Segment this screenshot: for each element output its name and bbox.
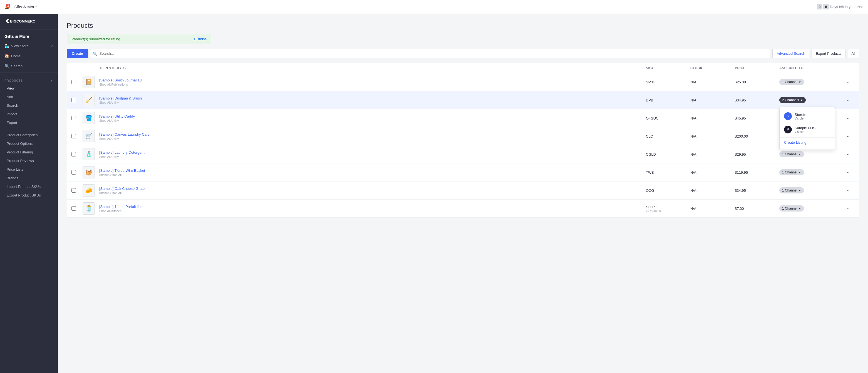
product-thumbnail: 🧺 bbox=[83, 166, 95, 179]
storefront-name: Storefront bbox=[795, 113, 810, 117]
pos-info: Sample POS Visible bbox=[795, 126, 815, 133]
more-options-button[interactable]: ··· bbox=[840, 132, 855, 141]
product-thumbnail: 🧴 bbox=[83, 148, 95, 160]
table-row: 🫙 [Sample] 1 L Le Parfait Jar Shop All/K… bbox=[67, 199, 859, 218]
sidebar-sub-view[interactable]: View bbox=[0, 84, 58, 93]
sidebar-sub-price-lists[interactable]: Price Lists bbox=[0, 165, 58, 174]
row-checkbox[interactable] bbox=[71, 152, 76, 156]
row-checkbox[interactable] bbox=[71, 170, 76, 175]
row-checkbox[interactable] bbox=[71, 116, 76, 120]
trial-day-0: 0 bbox=[817, 4, 822, 9]
product-channels-cell: 2 Channels ▼ S Storefront Visible P Samp… bbox=[779, 97, 840, 103]
product-stock: N/A bbox=[690, 134, 735, 138]
header-assigned: Assigned to bbox=[779, 66, 840, 70]
product-sku: SM13 bbox=[646, 80, 655, 84]
product-name-link[interactable]: [Sample] Canvas Laundry Cart bbox=[99, 132, 149, 136]
row-checkbox[interactable] bbox=[71, 134, 76, 138]
sidebar-sub-product-reviews[interactable]: Product Reviews bbox=[0, 156, 58, 165]
product-sku-cell: OCG bbox=[646, 188, 690, 193]
product-name-link[interactable]: [Sample] Laundry Detergent bbox=[99, 150, 145, 155]
channel-badge[interactable]: 2 Channels ▼ bbox=[779, 97, 806, 103]
product-info: [Sample] Utility Caddy Shop All/Utility bbox=[99, 114, 646, 122]
topbar-store-name: Gifts & More bbox=[13, 4, 37, 9]
product-variants: 12 variants bbox=[646, 209, 690, 212]
product-name-link[interactable]: [Sample] Tiered Wire Basket bbox=[99, 168, 145, 173]
svg-text:BIGCOMMERCE: BIGCOMMERCE bbox=[10, 20, 35, 24]
sidebar-sub-add[interactable]: Add bbox=[0, 93, 58, 101]
product-channels-cell: 1 Channel ▼ bbox=[779, 79, 840, 85]
row-checkbox[interactable] bbox=[71, 206, 76, 211]
advanced-search-button[interactable]: Advanced Search bbox=[772, 49, 809, 58]
sidebar-logo: BIGCOMMERCE bbox=[0, 14, 58, 29]
sidebar-sub-import[interactable]: Import bbox=[0, 110, 58, 118]
channel-badge[interactable]: 1 Channel ▼ bbox=[779, 151, 804, 157]
notification-bell[interactable]: 🔔 2 bbox=[4, 5, 9, 9]
sidebar-sub-export[interactable]: Export bbox=[0, 118, 58, 127]
product-sku: TWB bbox=[646, 170, 654, 175]
sidebar: BIGCOMMERCE Gifts & More 🏪 View Store ↗ … bbox=[0, 14, 58, 373]
sidebar-sub-brands[interactable]: Brands bbox=[0, 174, 58, 182]
row-checkbox[interactable] bbox=[71, 98, 76, 102]
channel-pos-item[interactable]: P Sample POS Visible bbox=[780, 123, 835, 136]
product-info: [Sample] Canvas Laundry Cart Shop All/Ut… bbox=[99, 132, 646, 141]
sidebar-item-home[interactable]: 🏠 Home bbox=[0, 51, 58, 61]
more-options-button[interactable]: ··· bbox=[840, 168, 855, 177]
channel-badge[interactable]: 1 Channel ▼ bbox=[779, 169, 804, 176]
more-options-button[interactable]: ··· bbox=[840, 150, 855, 158]
more-options-button[interactable]: ··· bbox=[840, 187, 855, 194]
product-thumbnail: 📔 bbox=[83, 76, 95, 88]
store-icon: 🏪 bbox=[4, 44, 9, 48]
product-category: Kitchen/Shop All bbox=[99, 173, 646, 177]
trial-text: Days left in your trial. bbox=[830, 5, 864, 9]
channel-badge[interactable]: 1 Channel ▼ bbox=[779, 79, 804, 85]
product-thumbnail: 🫙 bbox=[83, 203, 95, 215]
more-options-button[interactable]: ··· bbox=[840, 114, 855, 122]
sidebar-sub-product-options[interactable]: Product Options bbox=[0, 139, 58, 148]
table-row: 🧀 [Sample] Oak Cheese Grater Kitchen/Sho… bbox=[67, 182, 859, 199]
more-options-button[interactable]: ··· bbox=[840, 96, 855, 104]
sidebar-sub-export-skus[interactable]: Export Product SKUs bbox=[0, 191, 58, 199]
channel-storefront-item[interactable]: S Storefront Visible bbox=[780, 110, 835, 123]
header-product-count: 13 Products bbox=[99, 66, 646, 70]
sidebar-item-search[interactable]: 🔍 Search bbox=[0, 61, 58, 71]
sidebar-sub-product-categories[interactable]: Product Categories bbox=[0, 131, 58, 139]
product-name-link[interactable]: [Sample] Dustpan & Brush bbox=[99, 96, 142, 100]
product-name-link[interactable]: [Sample] Oak Cheese Grater bbox=[99, 187, 146, 191]
pos-icon: P bbox=[784, 126, 792, 133]
dismiss-button[interactable]: Dismiss bbox=[194, 37, 207, 41]
product-stock: N/A bbox=[690, 207, 735, 211]
product-sku: DPB bbox=[646, 98, 653, 102]
all-button[interactable]: All bbox=[848, 49, 859, 58]
row-checkbox[interactable] bbox=[71, 80, 76, 84]
toolbar: Create 🔍 Advanced Search Export Products… bbox=[67, 49, 859, 58]
alert-text: Product(s) submitted for listing. bbox=[71, 37, 121, 41]
more-options-button[interactable]: ··· bbox=[840, 205, 855, 213]
product-name-link[interactable]: [Sample] 1 L Le Parfait Jar bbox=[99, 205, 142, 209]
channel-badge[interactable]: 1 Channel ▼ bbox=[779, 187, 804, 193]
product-info: [Sample] Tiered Wire Basket Kitchen/Shop… bbox=[99, 168, 646, 177]
product-sku-cell: TWB bbox=[646, 170, 690, 175]
products-chevron-icon: ▼ bbox=[50, 79, 53, 82]
product-name-link[interactable]: [Sample] Utility Caddy bbox=[99, 114, 135, 118]
create-button[interactable]: Create bbox=[67, 49, 88, 58]
sidebar-sub-search[interactable]: Search bbox=[0, 101, 58, 110]
product-name-link[interactable]: [Sample] Smith Journal 13 bbox=[99, 78, 142, 82]
products-section-header[interactable]: Products ▼ bbox=[0, 74, 58, 84]
product-category: Shop All/Publications bbox=[99, 83, 646, 86]
product-stock: N/A bbox=[690, 152, 735, 156]
sidebar-sub-import-skus[interactable]: Import Product SKUs bbox=[0, 182, 58, 191]
sidebar-sub-product-filtering[interactable]: Product Filtering bbox=[0, 148, 58, 156]
bell-badge: 2 bbox=[6, 4, 10, 8]
create-listing-link[interactable]: Create Listing bbox=[780, 137, 835, 147]
row-checkbox[interactable] bbox=[71, 188, 76, 193]
more-options-button[interactable]: ··· bbox=[840, 78, 855, 86]
product-sku-cell: DPB bbox=[646, 98, 690, 102]
storefront-info: Storefront Visible bbox=[795, 113, 810, 120]
channel-arrow-icon: ▼ bbox=[799, 189, 801, 192]
external-icon: ↗ bbox=[51, 44, 53, 48]
channel-badge[interactable]: 1 Channel ▼ bbox=[779, 206, 804, 212]
export-products-button[interactable]: Export Products bbox=[812, 49, 846, 58]
sidebar-item-view-store[interactable]: 🏪 View Store ↗ bbox=[0, 41, 58, 51]
search-input[interactable] bbox=[90, 49, 770, 58]
pos-status: Visible bbox=[795, 130, 815, 133]
